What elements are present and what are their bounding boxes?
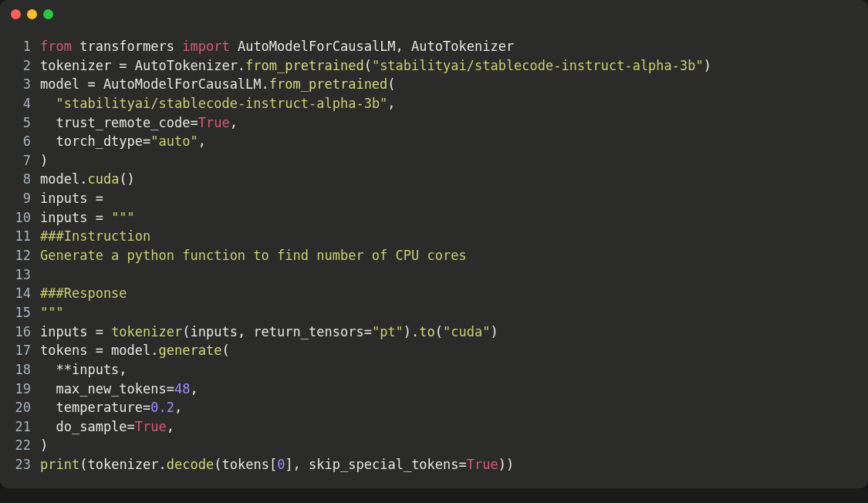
code-token: from_pretrained <box>269 76 388 92</box>
line-number: 20 <box>0 398 40 417</box>
code-token: ) <box>491 324 498 339</box>
code-line[interactable]: 21 do_sample=True, <box>0 417 868 437</box>
code-token: 48 <box>174 381 190 397</box>
code-token: inputs = <box>40 324 111 339</box>
code-line[interactable]: 23print(tokenizer.decode(tokens[0], skip… <box>0 455 868 474</box>
line-number: 19 <box>0 380 40 399</box>
maximize-icon[interactable] <box>43 9 53 19</box>
line-number: 23 <box>0 455 40 474</box>
code-content[interactable]: tokenizer = AutoTokenizer.from_pretraine… <box>40 56 868 76</box>
code-line[interactable]: 7) <box>0 151 868 170</box>
code-content[interactable]: """ <box>40 303 868 322</box>
code-line[interactable]: 1from transformers import AutoModelForCa… <box>0 37 868 56</box>
code-line[interactable]: 17tokens = model.generate( <box>0 341 868 360</box>
line-number: 13 <box>0 265 40 285</box>
line-number: 21 <box>0 417 40 437</box>
code-token: "stabilityai/stablecode-instruct-alpha-3… <box>56 96 387 111</box>
code-token: ) <box>40 437 48 453</box>
code-line[interactable]: 4 "stabilityai/stablecode-instruct-alpha… <box>0 94 868 113</box>
code-line[interactable]: 19 max_new_tokens=48, <box>0 380 868 399</box>
code-token: print <box>40 457 79 472</box>
code-content[interactable]: max_new_tokens=48, <box>40 380 868 399</box>
line-number: 15 <box>0 303 40 322</box>
line-number: 14 <box>0 284 40 303</box>
line-number: 18 <box>0 360 40 380</box>
code-token: ( <box>221 343 229 358</box>
code-token: ( <box>79 457 87 472</box>
line-number: 6 <box>0 132 40 151</box>
code-token: decode <box>167 457 214 472</box>
code-line[interactable]: 13 <box>0 265 868 285</box>
code-line[interactable]: 8model.cuda() <box>0 170 868 189</box>
code-content[interactable]: inputs = tokenizer(inputs, return_tensor… <box>40 322 868 342</box>
code-line[interactable]: 16inputs = tokenizer(inputs, return_tens… <box>0 322 868 342</box>
code-line[interactable]: 5 trust_remote_code=True, <box>0 113 868 133</box>
code-content[interactable]: do_sample=True, <box>40 417 868 437</box>
code-editor[interactable]: 1from transformers import AutoModelForCa… <box>0 28 868 488</box>
code-token: , <box>190 381 198 397</box>
code-token: ) <box>404 324 411 339</box>
code-line[interactable]: 2tokenizer = AutoTokenizer.from_pretrain… <box>0 56 868 76</box>
code-token: transformers <box>79 39 182 54</box>
code-token: ( <box>435 324 443 339</box>
code-content[interactable]: Generate a python function to find numbe… <box>40 246 868 265</box>
code-line[interactable]: 6 torch_dtype="auto", <box>0 132 868 151</box>
code-token: trust_remote_code= <box>40 115 198 130</box>
code-content[interactable]: inputs = <box>40 189 868 208</box>
code-content[interactable]: trust_remote_code=True, <box>40 113 868 133</box>
code-token: model = AutoModelForCausalLM. <box>40 76 269 92</box>
line-number: 12 <box>0 246 40 265</box>
code-token: temperature= <box>40 400 150 415</box>
close-icon[interactable] <box>11 9 21 19</box>
code-line[interactable]: 18 **inputs, <box>0 360 868 380</box>
code-token <box>40 96 56 111</box>
code-content[interactable]: tokens = model.generate( <box>40 341 868 360</box>
code-token: ###Instruction <box>40 228 150 244</box>
code-line[interactable]: 9inputs = <box>0 189 868 208</box>
code-content[interactable]: ###Response <box>40 284 868 303</box>
code-token: ) <box>40 153 48 168</box>
code-line[interactable]: 22) <box>0 436 868 455</box>
code-content[interactable]: ) <box>40 436 868 455</box>
code-content[interactable]: model = AutoModelForCausalLM.from_pretra… <box>40 75 868 94</box>
code-token: 0 <box>277 457 285 472</box>
code-content[interactable]: temperature=0.2, <box>40 398 868 417</box>
code-token: , <box>174 400 182 415</box>
code-token: , <box>230 115 238 130</box>
code-content[interactable]: from transformers import AutoModelForCau… <box>40 37 868 56</box>
code-token: import <box>182 39 238 54</box>
code-token: inputs, return_tensors= <box>191 324 372 339</box>
line-number: 17 <box>0 341 40 360</box>
code-token: "stabilityai/stablecode-instruct-alpha-3… <box>372 58 704 73</box>
code-content[interactable]: model.cuda() <box>40 170 868 189</box>
minimize-icon[interactable] <box>27 9 37 19</box>
code-content[interactable]: ###Instruction <box>40 227 868 246</box>
code-content[interactable]: "stabilityai/stablecode-instruct-alpha-3… <box>40 94 868 113</box>
code-content[interactable]: ) <box>40 151 868 170</box>
code-token: . <box>411 324 419 339</box>
code-token: AutoModelForCausalLM, AutoTokenizer <box>238 39 514 54</box>
code-content[interactable]: **inputs, <box>40 360 868 380</box>
code-line[interactable]: 15""" <box>0 303 868 322</box>
code-token: ( <box>182 324 190 339</box>
code-token: () <box>119 171 134 187</box>
code-token: inputs = <box>40 191 103 206</box>
code-line[interactable]: 3model = AutoModelForCausalLM.from_pretr… <box>0 75 868 94</box>
code-token: tokens = model. <box>40 343 159 358</box>
code-content[interactable]: inputs = """ <box>40 208 868 228</box>
line-number: 9 <box>0 189 40 208</box>
code-line[interactable]: 20 temperature=0.2, <box>0 398 868 417</box>
line-number: 16 <box>0 322 40 342</box>
code-token: model. <box>40 171 87 187</box>
code-token: from_pretrained <box>245 58 364 73</box>
code-line[interactable]: 10inputs = """ <box>0 208 868 228</box>
code-token: ( <box>214 457 221 472</box>
editor-window: 1from transformers import AutoModelForCa… <box>0 0 868 488</box>
code-content[interactable]: torch_dtype="auto", <box>40 132 868 151</box>
code-content[interactable]: print(tokenizer.decode(tokens[0], skip_s… <box>40 455 868 474</box>
line-number: 11 <box>0 227 40 246</box>
code-line[interactable]: 14###Response <box>0 284 868 303</box>
code-token: generate <box>159 343 222 358</box>
code-line[interactable]: 11###Instruction <box>0 227 868 246</box>
code-line[interactable]: 12Generate a python function to find num… <box>0 246 868 265</box>
